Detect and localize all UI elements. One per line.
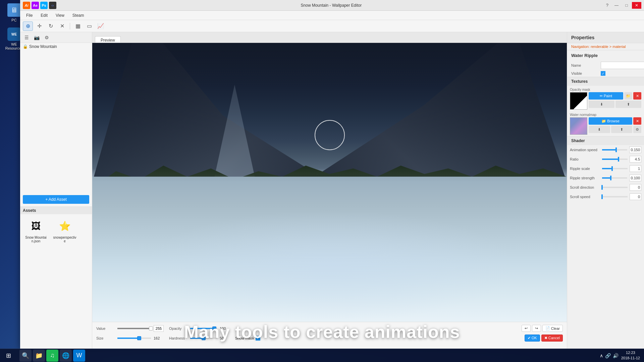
shader-slider-2[interactable] [602,168,628,169]
shader-slider-bg-3 [602,177,627,179]
ai-app-icon: Ai [23,2,30,9]
normalmap-settings-btn[interactable]: ⚙ [633,126,641,133]
shader-header: Shader [567,136,644,145]
taskbar: ⊞ 🔍 📁 ♫ 🌐 W ∧ 🔗 🔊 12:23 2018-11-12 [0,349,644,362]
normalmap-preview [570,117,587,135]
shader-slider-3[interactable] [602,177,627,179]
browse-button[interactable]: 📁 Browse [589,117,632,125]
taskbar-search[interactable]: 🔍 [19,350,32,362]
panel-list-icon[interactable]: ☰ [23,34,30,41]
title-bar-title: Snow Mountain - Wallpaper Editor [56,3,606,8]
visible-checkbox[interactable]: ✓ [601,71,605,76]
import-btn-1[interactable]: ⬇ [589,101,614,108]
undo-button[interactable]: ↩ [522,325,531,332]
shader-slider-fill-2 [602,168,612,169]
assets-grid: 🖼 Snow Mountain.json ⭐ snowperspective [20,214,92,247]
opacity-thumb[interactable] [212,326,216,330]
shader-thumb-4[interactable] [601,185,603,190]
taskbar-chrome[interactable]: 🌐 [60,350,72,362]
network-icon[interactable]: 🔗 [605,353,611,358]
opacity-value: 100 [220,326,230,330]
shader-slider-0[interactable] [602,149,627,150]
shader-slider-4[interactable] [602,187,628,188]
name-label: Name [571,63,598,67]
redo-button[interactable]: ↪ [532,325,541,332]
ok-button[interactable]: ✔ OK [525,335,540,342]
taskbar-date-display: 2018-11-12 [621,356,640,361]
maximize-button[interactable]: □ [622,2,631,9]
hardness-value: 50 [220,336,230,340]
vs-app-icon: ‹› [49,2,56,9]
shader-thumb-3[interactable] [610,176,611,180]
show-mask-label: Show mask [235,336,254,340]
preview-tab[interactable]: Preview [95,36,121,43]
shader-slider-5[interactable] [602,196,628,197]
normalmap-import-btn-1[interactable]: ⬇ [589,126,610,133]
folder-icon-btn[interactable]: 📁 [624,92,632,100]
delete-normalmap-btn[interactable]: ✕ [633,117,641,125]
menu-edit[interactable]: Edit [37,12,51,18]
paint-row: ✏ Paint 📁 ✕ [589,92,641,100]
toolbar-move-tool[interactable]: ✛ [34,21,44,31]
size-thumb[interactable] [137,336,141,340]
taskbar-explorer[interactable]: 📁 [33,350,45,362]
toolbar-select-tool[interactable]: ⊕ [23,21,33,31]
panel-settings-icon[interactable]: ⚙ [43,34,50,41]
opacity-mask-row: ✏ Paint 📁 ✕ ⬇ ⬆ [570,92,641,110]
name-input[interactable] [601,62,644,69]
shader-thumb-1[interactable] [618,157,619,162]
taskbar-we[interactable]: W [73,350,85,362]
shader-thumb-2[interactable] [611,166,613,171]
shader-slider-bg-4 [602,187,628,188]
menu-file[interactable]: File [23,12,36,18]
size-label: Size [96,336,115,340]
toolbar-grid-view[interactable]: ▦ [73,21,83,31]
delete-opacity-btn[interactable]: ✕ [633,92,641,100]
import-btn-2[interactable]: ⬆ [615,101,641,108]
chevron-icon[interactable]: ∧ [600,353,603,358]
start-button[interactable]: ⊞ [0,349,17,362]
toolbar-refresh[interactable]: ↻ [46,21,56,31]
cancel-button[interactable]: ✖ Cancel [541,335,563,342]
panel-camera-icon[interactable]: 📷 [33,34,40,41]
taskbar-spotify[interactable]: ♫ [46,350,58,362]
toolbar-chart[interactable]: 📈 [96,21,106,31]
add-asset-button[interactable]: + Add Asset [23,195,89,204]
hardness-thumb[interactable] [202,336,206,340]
shader-thumb-0[interactable] [615,147,617,152]
normalmap-row: 📁 Browse ✕ ⬇ ⬆ ⚙ [570,117,641,135]
tree-item-snow-mountain[interactable]: 🔒 Snow Mountain [20,43,92,50]
help-icon[interactable]: ? [606,3,608,8]
shader-thumb-5[interactable] [601,194,603,199]
minimize-button[interactable]: — [612,2,621,9]
ctrl-actions-top: ↩ ↪ 📄 Clear [522,325,563,332]
paint-button[interactable]: ✏ Paint [589,92,623,100]
show-mask-checkbox[interactable]: ✓ [256,336,260,341]
sys-icons: ∧ 🔗 🔊 [600,353,619,358]
normalmap-import-btn-2[interactable]: ⬆ [611,126,633,133]
opacity-slider[interactable] [190,328,217,329]
asset-item-0[interactable]: 🖼 Snow Mountain.json [23,217,49,244]
toolbar-close[interactable]: ✕ [57,21,67,31]
asset-item-1[interactable]: ⭐ snowperspective [52,217,78,244]
preview-canvas[interactable] [92,43,567,322]
shader-slider-1[interactable] [602,159,628,160]
close-button[interactable]: ✕ [632,2,641,9]
shader-row-2: Ripple scale 1 [567,164,644,173]
value-thumb[interactable] [149,326,153,330]
shader-label-2: Ripple scale [570,167,600,171]
clear-button[interactable]: 📄 Clear [542,325,563,332]
hardness-slider[interactable] [190,338,217,339]
size-slider[interactable] [117,338,151,339]
opacity-label: Opacity [169,326,187,330]
taskbar-time-display: 12:23 [621,350,640,355]
menu-steam[interactable]: Steam [69,12,88,18]
left-panel-toolbar: ☰ 📷 ⚙ [20,32,92,43]
menu-view[interactable]: View [52,12,68,18]
shader-value-2: 1 [630,165,641,172]
properties-nav: Navigation: renderable > material [567,43,644,50]
value-slider[interactable] [117,328,151,329]
textures-header: Textures [567,77,644,86]
toolbar-list-view[interactable]: ▭ [84,21,94,31]
speaker-icon[interactable]: 🔊 [613,353,619,358]
